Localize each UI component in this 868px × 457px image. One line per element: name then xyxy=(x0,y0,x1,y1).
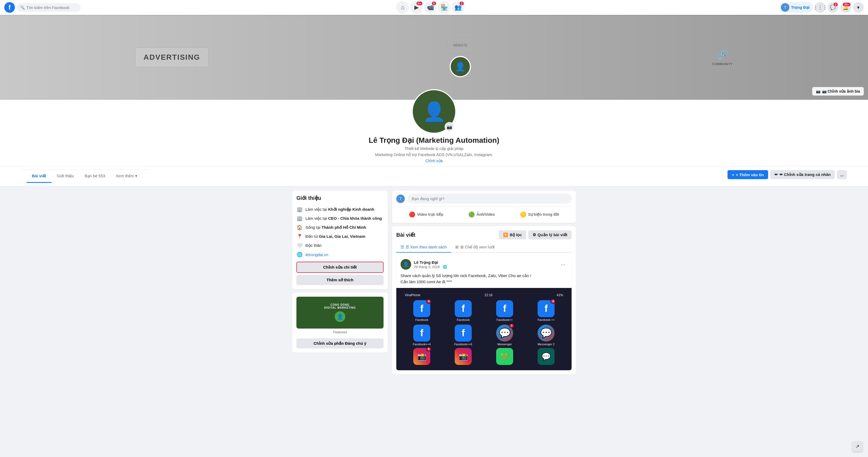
app-facebook-1[interactable]: f 4 Facebook xyxy=(403,300,441,321)
post-author-name: Lê Trọng Đại xyxy=(414,260,447,265)
video-nav-btn[interactable]: 📹 6 xyxy=(424,1,437,14)
cover-photo: ADVERTISING WEBSITE 👤 🔗 COMMUNITY 📷 📷 Ch… xyxy=(0,15,868,100)
post-more-btn[interactable]: ··· xyxy=(559,260,567,268)
post-text: Share cách quản lý Số lượng lớn nick Fac… xyxy=(396,273,571,288)
edit-profile-btn[interactable]: ✏ ✏ Chỉnh sửa trang cá nhân xyxy=(770,170,835,179)
app-instagram-2[interactable]: 📸 xyxy=(455,348,472,365)
home-nav-btn[interactable]: ⌂ xyxy=(396,1,409,14)
app-messenger-1-label: Messenger xyxy=(497,342,512,346)
edit-featured-btn[interactable]: Chỉnh sửa phần Đáng chú ý xyxy=(297,338,383,349)
app-other-2[interactable]: 💬 xyxy=(537,348,555,365)
search-input[interactable] xyxy=(26,5,78,10)
avatar-wrap: 👤 📷 xyxy=(412,89,456,134)
app-facebookpp-1-label: Facebook++ xyxy=(496,318,513,321)
featured-label: Featured xyxy=(333,330,347,334)
watch-nav-btn[interactable]: ▶ 9+ xyxy=(410,1,423,14)
app-facebookpp4-label: Facebook++4 xyxy=(413,342,431,346)
create-post-avatar: T xyxy=(396,195,405,203)
life-event-action[interactable]: 🟡 Sự kiện trong đời xyxy=(516,209,563,220)
more-btn[interactable]: ... xyxy=(837,170,847,179)
watch-badge: 9+ xyxy=(416,1,423,6)
intro-item-5-text: Độc thân xyxy=(305,243,383,248)
post-dot: · xyxy=(441,265,442,269)
app-facebook-2[interactable]: f Facebook xyxy=(444,300,482,321)
photo-video-label: Ảnh/Video xyxy=(476,212,495,217)
app-facebookpp-2-icon: f 8 xyxy=(537,300,555,317)
location-icon: 📍 xyxy=(297,233,303,239)
user-avatar: T xyxy=(781,3,789,12)
app-messenger-2[interactable]: 💬 Messenger 2 xyxy=(527,325,565,346)
messenger-btn[interactable]: 💬 2 xyxy=(828,2,838,13)
notifications-btn[interactable]: 🔔 20+ xyxy=(840,2,851,13)
profile-tabs-row: Bài viết Giới thiệu Bạn bè 553 Xem thêm … xyxy=(0,166,868,183)
topnav-center: ⌂ ▶ 9+ 📹 6 🏪 👥 2 xyxy=(396,1,464,14)
photo-video-icon: 🟢 xyxy=(468,211,475,218)
tab-bai-viet[interactable]: Bài viết xyxy=(27,170,52,183)
user-profile-btn[interactable]: T Trọng Đại xyxy=(780,2,813,13)
user-name: Trọng Đại xyxy=(791,5,810,10)
edit-detail-btn[interactable]: Chỉnh sửa chi tiết xyxy=(297,262,383,273)
app-facebookpp6[interactable]: f Facebook++6 xyxy=(444,325,482,346)
post-privacy-icon: 🌐 xyxy=(443,265,447,269)
create-post-input[interactable] xyxy=(407,194,571,203)
app-facebook-2-icon: f xyxy=(455,300,472,317)
avatar-edit-btn[interactable]: 📷 xyxy=(445,122,454,132)
app-instagram-1[interactable]: 📸 6 xyxy=(413,348,430,365)
topnav: f 🔍 ⌂ ▶ 9+ 📹 6 🏪 👥 2 T Trọng Đại ⋮⋮⋮ 💬 2 xyxy=(0,0,868,15)
app-instagram-1-icon: 📸 6 xyxy=(413,348,430,365)
cover-edit-btn[interactable]: 📷 📷 Chỉnh sửa ảnh bìa xyxy=(812,87,864,96)
topnav-right: T Trọng Đại ⋮⋮⋮ 💬 2 🔔 20+ ▾ xyxy=(780,2,864,13)
dropdown-btn[interactable]: ▾ xyxy=(853,2,864,13)
featured-thumb: CONG DONGDIGITAL MARKETING 👤 xyxy=(297,297,383,329)
app-row-3: 📸 6 📸 💚 💬 xyxy=(401,348,567,367)
group-nav-btn[interactable]: 👥 2 xyxy=(452,1,464,14)
filter-btn[interactable]: 🔽 Bộ lọc xyxy=(499,230,526,239)
featured-group-name: CONG DONGDIGITAL MARKETING xyxy=(324,303,355,309)
cover-website-box: WEBSITE xyxy=(447,37,473,53)
app-facebookpp-1[interactable]: f Facebook++ xyxy=(486,300,524,321)
post-header: 👤 Lê Trọng Đại 29 tháng 3, 2019 · 🌐 ··· xyxy=(396,256,571,273)
app-facebookpp-2[interactable]: f 8 Facebook ++ xyxy=(527,300,565,321)
view-grid-tab[interactable]: ⊞ ⊞ Chế độ xem lưới xyxy=(451,242,499,253)
grid-view-icon: ⊞ xyxy=(455,245,459,250)
view-list-tab[interactable]: ☰ ☰ Xem theo danh sách xyxy=(396,242,451,253)
grid-icon: ⋮⋮⋮ xyxy=(813,4,827,10)
profile-name: Lê Trọng Đại (Marketing Automation) xyxy=(369,136,499,144)
home-icon: 🏠 xyxy=(297,225,303,230)
app-facebook-1-icon: f 4 xyxy=(413,300,430,317)
tab-ban-be[interactable]: Bạn bè 553 xyxy=(80,170,111,183)
cover-advertising-label: ADVERTISING xyxy=(135,47,208,67)
phone-frame: VinaPhone 22:16 41% f 4 xyxy=(396,288,571,370)
intro-item-1: 🏢 Làm việc tại Khởi nghiệp Kinh doanh xyxy=(297,205,383,214)
app-other-1[interactable]: 💚 xyxy=(496,348,513,365)
featured-item[interactable]: CONG DONGDIGITAL MARKETING 👤 Featured xyxy=(297,297,383,334)
intro-item-3-bold: Thành phố Hồ Chí Minh xyxy=(322,225,366,230)
add-hobby-btn[interactable]: Thêm sở thích xyxy=(297,275,383,285)
app-facebookpp4[interactable]: f Facebook++4 xyxy=(403,325,441,346)
create-post-top: T xyxy=(396,194,571,203)
chevron-down-icon: ▾ xyxy=(857,4,860,10)
intro-item-4-text: Đến từ Gia Lai, Gia Lai, Vietnam xyxy=(305,234,383,239)
profile-edit-link[interactable]: Chỉnh sửa xyxy=(425,159,442,163)
app-messenger-2-icon: 💬 xyxy=(537,325,555,341)
grid-menu-btn[interactable]: ⋮⋮⋮ xyxy=(815,2,826,13)
manage-posts-label: Quản lý bài viết xyxy=(537,232,567,237)
tab-xem-them[interactable]: Xem thêm ▾ xyxy=(111,170,143,183)
featured-thumb-content: CONG DONGDIGITAL MARKETING 👤 xyxy=(322,301,358,324)
intro-item-6: 🌐 letrongdai.vn xyxy=(297,250,383,259)
facebook-logo[interactable]: f xyxy=(4,2,15,13)
tab-gioi-thieu[interactable]: Giới thiệu xyxy=(52,170,80,183)
live-video-action[interactable]: 🔴 Video trực tiếp xyxy=(405,209,447,220)
add-to-story-btn[interactable]: + + Thêm vào tin xyxy=(727,170,768,179)
group-badge: 2 xyxy=(459,1,464,6)
post-card: 👤 Lê Trọng Đại 29 tháng 3, 2019 · 🌐 ··· xyxy=(396,256,571,370)
topnav-left: f 🔍 xyxy=(4,2,81,13)
website-link[interactable]: letrongdai.vn xyxy=(305,252,328,257)
photo-video-action[interactable]: 🟢 Ảnh/Video xyxy=(464,209,499,220)
cover-content: ADVERTISING WEBSITE 👤 🔗 COMMUNITY xyxy=(0,15,868,100)
store-nav-btn[interactable]: 🏪 xyxy=(438,1,451,14)
app-messenger-1[interactable]: 💬 7 Messenger xyxy=(486,325,524,346)
cover-area: ADVERTISING WEBSITE 👤 🔗 COMMUNITY 📷 📷 Ch… xyxy=(0,15,868,186)
manage-posts-btn[interactable]: ⚙ Quản lý bài viết xyxy=(528,230,571,239)
search-bar[interactable]: 🔍 xyxy=(17,3,81,12)
